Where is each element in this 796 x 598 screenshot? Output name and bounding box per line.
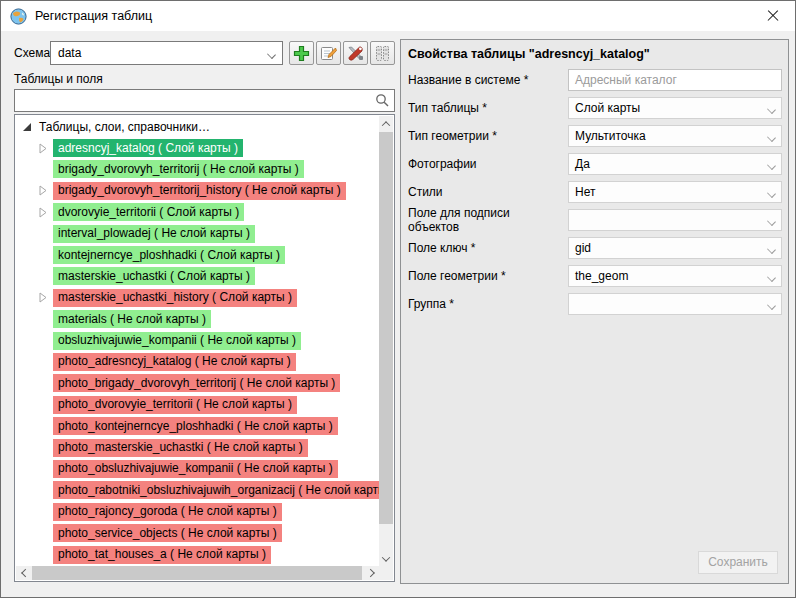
chevron-down-icon <box>767 133 776 142</box>
tree-item[interactable]: photo_obsluzhivajuwie_kompanii ( Не слой… <box>15 458 379 479</box>
chevron-down-icon <box>767 273 776 282</box>
tree-item[interactable]: photo_dvorovyie_territorii ( Не слой кар… <box>15 394 379 415</box>
edit-pencil-icon <box>320 45 337 62</box>
tree-item-label: interval_plowadej ( Не слой карты ) <box>53 225 255 243</box>
properties-header: Свойства таблицы "adresncyj_katalog" <box>401 40 788 66</box>
field-label: Тип геометрии * <box>408 129 568 143</box>
close-button[interactable] <box>750 1 795 31</box>
tree-item[interactable]: masterskie_uchastki ( Слой карты ) <box>15 266 379 287</box>
tree-item-label: photo_rabotniki_obsluzhivajuwih_organiza… <box>53 481 379 499</box>
table-structure-button[interactable] <box>370 41 395 65</box>
tree-horizontal-scrollbar[interactable] <box>16 566 379 580</box>
chevron-down-icon <box>767 189 776 198</box>
search-icon <box>375 93 390 108</box>
tree-item-label: photo_adresncyj_katalog ( Не слой карты … <box>53 353 296 371</box>
tree-item[interactable]: brigady_dvorovyh_territorij_history ( Не… <box>15 180 379 201</box>
schema-toolbar <box>289 41 395 65</box>
field-control[interactable]: the_geom <box>568 265 782 287</box>
form-row: Фотографии Да <box>401 150 788 178</box>
scroll-down-arrow[interactable] <box>379 551 393 566</box>
search-box <box>14 89 395 112</box>
tree-item[interactable]: photo_rajoncy_goroda ( Не слой карты ) <box>15 501 379 522</box>
field-control[interactable] <box>568 293 782 315</box>
field-control[interactable]: Слой карты <box>568 97 782 119</box>
field-value: Мультиточка <box>575 129 646 143</box>
schema-label: Схема <box>14 46 49 60</box>
horizontal-scroll-thumb[interactable] <box>32 566 362 580</box>
field-control[interactable]: Да <box>568 153 782 175</box>
chevron-down-icon <box>767 301 776 310</box>
tree-item[interactable]: adresncyj_katalog ( Слой карты ) <box>15 137 379 158</box>
tree-item[interactable]: photo_service_objects ( Не слой карты ) <box>15 522 379 543</box>
tree-item[interactable]: photo_kontejnerncye_ploshhadki ( Не слой… <box>15 415 379 436</box>
scroll-right-arrow[interactable] <box>364 566 379 580</box>
tree-item-label: photo_obsluzhivajuwie_kompanii ( Не слой… <box>53 460 338 478</box>
tree-item-label: brigady_dvorovyh_territorij ( Не слой ка… <box>53 160 304 178</box>
tree-item-label: brigady_dvorovyh_territorij_history ( Не… <box>53 182 346 200</box>
field-value: Слой карты <box>575 101 640 115</box>
scroll-up-arrow[interactable] <box>379 116 393 131</box>
field-control[interactable]: Адресный каталог <box>568 69 782 91</box>
form-row: Название в системе * Адресный каталог <box>401 66 788 94</box>
globe-icon <box>10 8 27 25</box>
form-row: Поле ключ * gid <box>401 234 788 262</box>
form-row: Поле геометрии * the_geom <box>401 262 788 290</box>
tree-item[interactable]: brigady_dvorovyh_territorij ( Не слой ка… <box>15 159 379 180</box>
expander-icon[interactable] <box>38 207 48 218</box>
field-control[interactable]: Нет <box>568 181 782 203</box>
tree-item-label: photo_rajoncy_goroda ( Не слой карты ) <box>53 503 282 521</box>
tree-item[interactable]: obsluzhivajuwie_kompanii ( Не слой карты… <box>15 330 379 351</box>
tree-items: adresncyj_katalog ( Слой карты ) brigady… <box>15 137 379 566</box>
tree-root[interactable]: Таблицы, слои, справочники… <box>15 116 379 137</box>
edit-schema-button[interactable] <box>316 41 341 65</box>
titlebar: Регистрация таблиц <box>1 1 795 31</box>
form-row: Стили Нет <box>401 178 788 206</box>
tree-item[interactable]: materials ( Не слой карты ) <box>15 309 379 330</box>
tree-item[interactable]: photo_rabotniki_obsluzhivajuwih_organiza… <box>15 480 379 501</box>
field-label: Поле ключ * <box>408 241 568 255</box>
tree-vertical-scrollbar[interactable] <box>379 116 393 566</box>
tree-item[interactable]: photo_tat_houses_a ( Не слой карты ) <box>15 544 379 565</box>
field-control[interactable]: Мультиточка <box>568 125 782 147</box>
scroll-left-arrow[interactable] <box>16 566 31 580</box>
field-value: the_geom <box>575 269 628 283</box>
tree-item[interactable]: kontejnerncye_ploshhadki ( Слой карты ) <box>15 244 379 265</box>
field-control[interactable] <box>568 209 782 231</box>
tree-content: Таблицы, слои, справочники… adresncyj_ka… <box>15 116 379 566</box>
tables-fields-label: Таблицы и поля <box>14 72 103 86</box>
tree-item[interactable]: photo_adresncyj_katalog ( Не слой карты … <box>15 351 379 372</box>
expander-icon[interactable] <box>38 143 48 154</box>
tree-item[interactable]: masterskie_uchastki_history ( Слой карты… <box>15 287 379 308</box>
table-properties-panel: Свойства таблицы "adresncyj_katalog" Наз… <box>400 39 789 584</box>
tree-item-label: masterskie_uchastki_history ( Слой карты… <box>53 289 297 307</box>
tree-item-label: photo_service_objects ( Не слой карты ) <box>53 524 282 542</box>
tree-item-label: photo_dvorovyie_territorii ( Не слой кар… <box>53 396 297 414</box>
expanded-triangle-icon <box>22 122 32 132</box>
tree-item[interactable]: dvorovyie_territorii ( Слой карты ) <box>15 202 379 223</box>
field-label: Поле для подписи объектов <box>408 206 568 234</box>
save-button[interactable]: Сохранить <box>698 551 778 574</box>
vertical-scroll-thumb[interactable] <box>379 132 393 524</box>
tree-item-label: materials ( Не слой карты ) <box>53 310 211 328</box>
tree-item-label: photo_brigady_dvorovyh_territorij ( Не с… <box>53 374 340 392</box>
schema-combobox[interactable]: data <box>50 41 283 65</box>
expander-icon[interactable] <box>38 185 48 196</box>
form-row: Тип таблицы * Слой карты <box>401 94 788 122</box>
tree-item[interactable]: photo_masterskie_uchastki ( Не слой карт… <box>15 437 379 458</box>
tree-item-label: obsluzhivajuwie_kompanii ( Не слой карты… <box>53 332 301 350</box>
tree-item-label: adresncyj_katalog ( Слой карты ) <box>53 139 243 157</box>
field-label: Стили <box>408 185 568 199</box>
expander-icon[interactable] <box>38 292 48 303</box>
field-value: Да <box>575 157 590 171</box>
field-control[interactable]: gid <box>568 237 782 259</box>
add-schema-button[interactable] <box>289 41 314 65</box>
tools-button[interactable] <box>343 41 368 65</box>
tree-item[interactable]: photo_brigady_dvorovyh_territorij ( Не с… <box>15 373 379 394</box>
window-title: Регистрация таблиц <box>35 9 152 23</box>
tree-item[interactable]: interval_plowadej ( Не слой карты ) <box>15 223 379 244</box>
wrench-screwdriver-icon <box>347 45 364 62</box>
scrollbar-corner <box>379 566 393 580</box>
schema-row: Схема data <box>14 41 395 65</box>
search-input[interactable] <box>14 89 395 112</box>
field-value: Нет <box>575 185 595 199</box>
